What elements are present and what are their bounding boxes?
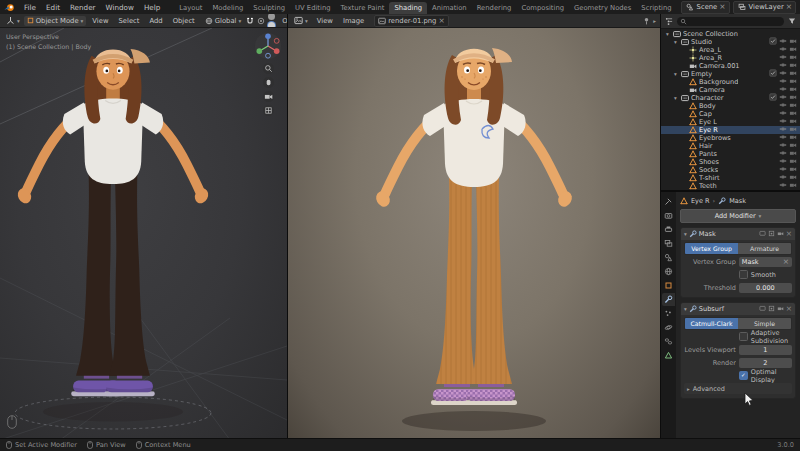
realtime-toggle-icon[interactable] [768, 230, 775, 239]
properties-tab-render[interactable] [662, 209, 675, 222]
workspace-tab-compositing[interactable]: Compositing [516, 2, 569, 14]
collection-checkbox-icon[interactable] [769, 37, 777, 47]
properties-tab-object[interactable] [662, 279, 675, 292]
collection-checkbox-icon[interactable] [769, 93, 777, 103]
properties-tab-physics[interactable] [662, 321, 675, 334]
mode-selector[interactable]: Object Mode▾ [24, 16, 87, 26]
scene-unlink-icon[interactable]: × [719, 3, 725, 11]
workspace-tab-sculpting[interactable]: Sculpting [248, 2, 290, 14]
menu-file[interactable]: File [19, 2, 41, 13]
workspace-tab-texture-paint[interactable]: Texture Paint [336, 2, 390, 14]
camera-view-icon[interactable] [263, 91, 274, 102]
menu-render[interactable]: Render [65, 2, 101, 13]
advanced-section-toggle[interactable]: ▸ Advanced [684, 383, 792, 394]
add-modifier-button[interactable]: Add Modifier▾ [680, 209, 796, 223]
properties-tab-scene[interactable] [662, 251, 675, 264]
breadcrumb-object-label[interactable]: Eye R [691, 197, 710, 205]
image-menu-view[interactable]: View [312, 16, 338, 26]
navigation-axis-gizmo[interactable] [254, 32, 282, 60]
disclosure-icon[interactable]: ▾ [672, 71, 679, 77]
viewport-menu-select[interactable]: Select [114, 16, 145, 26]
image-menu-image[interactable]: Image [338, 16, 369, 26]
workspace-tab-shading[interactable]: Shading [389, 2, 427, 14]
breadcrumb-modifier-label[interactable]: Mask [729, 197, 746, 205]
mode-armature-button[interactable]: Armature [738, 243, 791, 254]
pin-icon[interactable] [642, 17, 651, 25]
modifier-name[interactable]: Subsurf [699, 305, 724, 313]
properties-tab-tool[interactable] [662, 195, 675, 208]
workspace-tab-geometry-nodes[interactable]: Geometry Nodes [569, 2, 636, 14]
properties-tab-view-layer[interactable] [662, 237, 675, 250]
viewport-canvas[interactable]: User Perspective (1) Scene Collection | … [0, 28, 287, 439]
ortho-grid-icon[interactable] [263, 105, 274, 116]
properties-tab-constraints[interactable] [662, 335, 675, 348]
workspace-tab-animation[interactable]: Animation [427, 2, 472, 14]
simple-button[interactable]: Simple [738, 318, 791, 329]
collection-checkbox-icon[interactable] [769, 69, 777, 79]
viewport-character[interactable] [6, 28, 220, 437]
outliner-search-input[interactable] [677, 17, 784, 26]
levels-viewport-field[interactable]: 1 [739, 345, 792, 355]
outliner-type-icon[interactable] [664, 17, 674, 25]
image-selector[interactable]: render-01.png × [374, 15, 449, 27]
clear-vertex-group-icon[interactable]: × [783, 258, 789, 266]
pan-hand-icon[interactable] [263, 77, 274, 88]
outliner-row-teeth[interactable]: Teeth [661, 182, 800, 190]
viewport-menu-add[interactable]: Add [144, 16, 167, 26]
viewlayer-selector[interactable]: ViewLayer × [733, 1, 796, 14]
visibility-eye-icon[interactable] [779, 181, 787, 190]
optimal-display-checkbox[interactable]: ✓ [739, 371, 748, 380]
mode-vertex-group-button[interactable]: Vertex Group [685, 243, 738, 254]
render-toggle-icon[interactable] [777, 230, 784, 239]
menu-edit[interactable]: Edit [41, 2, 65, 13]
disclosure-icon[interactable]: ▾ [672, 95, 679, 101]
blender-logo-icon[interactable] [4, 3, 15, 12]
properties-tab-particles[interactable] [662, 307, 675, 320]
disclosure-icon[interactable]: ▾ [664, 31, 671, 37]
vertex-group-field[interactable]: Mask × [739, 257, 792, 267]
scene-selector[interactable]: Scene × [681, 1, 730, 14]
delete-modifier-icon[interactable]: × [786, 230, 792, 238]
proportional-editing-icon[interactable] [256, 17, 266, 25]
properties-tab-object-data[interactable] [662, 349, 675, 362]
render-levels-field[interactable]: 2 [739, 358, 792, 368]
filter-icon[interactable] [787, 17, 797, 25]
threshold-field[interactable]: 0.000 [739, 283, 792, 293]
workspace-tab-scripting[interactable]: Scripting [636, 2, 675, 14]
orientation-selector[interactable]: Global▾ [202, 16, 244, 26]
viewport-menu-object[interactable]: Object [168, 16, 200, 26]
properties-tab-output[interactable] [662, 223, 675, 236]
image-unlink-icon[interactable]: × [438, 17, 444, 25]
workspace-tab-rendering[interactable]: Rendering [472, 2, 517, 14]
render-visibility-icon[interactable] [789, 181, 797, 190]
properties-tab-modifiers[interactable] [662, 293, 675, 306]
mask-modifier-header[interactable]: ▾ Mask × [681, 228, 795, 240]
sidebar-toggle-icon[interactable]: ▸ [652, 18, 657, 24]
viewport-options-button[interactable]: Options▾ [279, 16, 287, 26]
edit-mode-toggle-icon[interactable] [759, 305, 766, 314]
viewlayer-unlink-icon[interactable]: × [786, 3, 792, 11]
workspace-tab-uv-editing[interactable]: UV Editing [290, 2, 335, 14]
render-result-canvas[interactable] [288, 28, 660, 439]
delete-modifier-icon[interactable]: × [786, 305, 792, 313]
workspace-tab-modeling[interactable]: Modeling [207, 2, 248, 14]
menu-help[interactable]: Help [139, 2, 165, 13]
modifier-name[interactable]: Mask [699, 230, 716, 238]
editor-type-button[interactable]: ▾ [3, 15, 23, 26]
properties-tab-world[interactable] [662, 265, 675, 278]
realtime-toggle-icon[interactable] [768, 305, 775, 314]
workspace-tab-layout[interactable]: Layout [174, 2, 207, 14]
edit-mode-toggle-icon[interactable] [759, 230, 766, 239]
subsurf-modifier-header[interactable]: ▾ Subsurf × [681, 303, 795, 315]
catmull-clark-button[interactable]: Catmull-Clark [685, 318, 738, 329]
expand-icon[interactable]: ▾ [684, 306, 687, 312]
adaptive-subdivision-checkbox[interactable] [739, 332, 748, 341]
solid-shading-icon[interactable] [268, 14, 275, 20]
render-toggle-icon[interactable] [777, 305, 784, 314]
zoom-tool-icon[interactable] [263, 63, 274, 74]
expand-icon[interactable]: ▾ [684, 231, 687, 237]
image-editor-type-button[interactable]: ▾ [291, 15, 311, 26]
smooth-checkbox[interactable] [739, 270, 748, 279]
menu-window[interactable]: Window [101, 2, 139, 13]
snap-magnet-icon[interactable] [245, 17, 255, 25]
